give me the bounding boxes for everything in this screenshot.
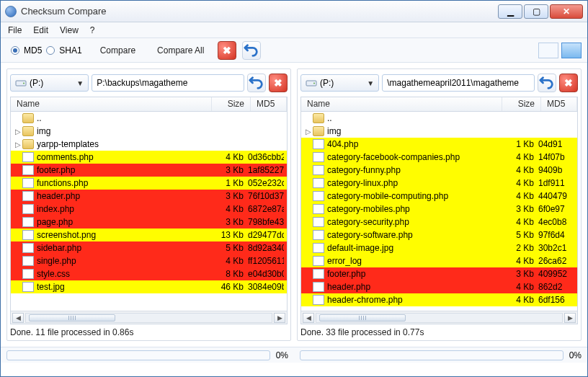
folder-icon [22, 113, 34, 123]
col-name[interactable]: Name [11, 97, 212, 111]
file-name: index.php [37, 204, 212, 214]
compare-all-button[interactable]: Compare All [149, 42, 212, 59]
menubar: File Edit View ? [1, 22, 587, 38]
table-row[interactable]: error_log4 Kb26ca62 [301, 254, 577, 267]
scroll-track[interactable] [25, 313, 272, 323]
table-row[interactable]: test.jpg46 Kb3084e09bc [11, 280, 287, 293]
panels: (P:) ▼ ✖ Name Size MD5 ..▷img▷yarpp-temp… [1, 63, 587, 347]
file-name: sidebar.php [37, 243, 212, 253]
file-size: 3 Kb [502, 269, 538, 279]
menu-view[interactable]: View [60, 25, 79, 35]
table-row[interactable]: ▷img [11, 125, 287, 138]
view-split-button[interactable] [561, 43, 582, 58]
menu-edit[interactable]: Edit [33, 25, 48, 35]
table-row[interactable]: category-software.php5 Kb97f6d4 [301, 229, 577, 241]
tree-twisty[interactable]: ▷ [14, 141, 22, 148]
table-row[interactable]: category-mobiles.php3 Kb6f0e97 [301, 203, 577, 216]
table-row[interactable]: .. [301, 112, 577, 125]
file-md5: ff1205611 [248, 256, 284, 266]
col-md5[interactable]: MD5 [541, 97, 577, 111]
col-size[interactable]: Size [502, 97, 541, 111]
window-title: Checksum Compare [21, 6, 498, 17]
table-row[interactable]: header-chrome.php4 Kb6df156 [301, 293, 577, 306]
left-drive-label: (P:) [30, 78, 43, 88]
scroll-thumb[interactable] [29, 314, 115, 321]
svg-point-3 [313, 83, 315, 84]
scroll-right-icon[interactable]: ▶ [274, 313, 285, 323]
menu-help[interactable]: ? [90, 25, 95, 35]
table-row[interactable]: style.css8 Kbe04d30b0 [11, 267, 287, 280]
left-back-button[interactable] [247, 74, 266, 92]
scroll-thumb[interactable] [319, 314, 406, 321]
left-drive-select[interactable]: (P:) ▼ [10, 74, 89, 92]
table-row[interactable]: category-mobile-computing.php4 Kb440479 [301, 190, 577, 203]
tree-twisty[interactable]: ▷ [14, 128, 22, 136]
file-size: 46 Kb [212, 282, 248, 292]
left-status: Done. 11 file processed in 0.86s [10, 327, 288, 337]
left-clear-button[interactable]: ✖ [269, 74, 288, 92]
left-path-input[interactable] [92, 74, 244, 92]
maximize-button[interactable]: ▢ [524, 4, 548, 19]
undo-button[interactable] [242, 41, 261, 60]
scroll-left-icon[interactable]: ◀ [12, 313, 24, 323]
table-row[interactable]: 404.php1 Kb04d91 [301, 138, 577, 151]
col-md5[interactable]: MD5 [251, 97, 287, 111]
right-drive-select[interactable]: (P:) ▼ [300, 74, 379, 92]
table-row[interactable]: .. [11, 112, 287, 125]
menu-file[interactable]: File [8, 25, 22, 35]
file-name: category-mobiles.php [327, 204, 502, 214]
table-row[interactable]: footer.php3 Kb1af852270 [11, 164, 287, 177]
compare-button[interactable]: Compare [92, 42, 143, 59]
left-h-scrollbar[interactable]: ◀ ▶ [11, 311, 287, 324]
table-row[interactable]: single.php4 Kbff1205611 [11, 254, 287, 267]
view-single-button[interactable] [538, 43, 558, 58]
table-row[interactable]: page.php3 Kb798bfe437 [11, 216, 287, 229]
file-name: functions.php [37, 178, 212, 188]
right-progress-pct: 0% [569, 350, 582, 360]
table-row[interactable]: header.php4 Kb862d2 [301, 280, 577, 293]
file-md5: 30b2c1 [538, 243, 574, 253]
tree-twisty[interactable]: ▷ [304, 128, 313, 136]
file-name: screenshot.png [37, 230, 212, 240]
file-size: 4 Kb [502, 295, 538, 305]
right-file-list[interactable]: ..▷img404.php1 Kb04d91category-facebook-… [301, 112, 577, 311]
table-row[interactable]: category-funny.php4 Kb9409b [301, 164, 577, 177]
right-clear-button[interactable]: ✖ [559, 74, 578, 92]
right-back-button[interactable] [538, 74, 556, 92]
file-name: img [327, 126, 502, 136]
folder-icon [22, 126, 34, 136]
scroll-track[interactable] [316, 313, 563, 323]
table-row[interactable]: index.php4 Kb6872e87ab [11, 203, 287, 216]
col-size[interactable]: Size [212, 97, 251, 111]
radio-md5[interactable] [11, 46, 19, 55]
file-size: 1 Kb [502, 139, 538, 149]
file-icon [22, 191, 34, 201]
table-row[interactable]: ▷yarpp-templates [11, 138, 287, 151]
close-button[interactable]: ✕ [550, 4, 583, 19]
table-row[interactable]: category-security.php4 Kb4ec0b8 [301, 216, 577, 229]
right-path-input[interactable] [382, 74, 535, 92]
cancel-button[interactable]: ✖ [218, 41, 236, 60]
radio-sha1[interactable] [46, 46, 55, 55]
table-row[interactable]: screenshot.png13 Kbd29477dd [11, 229, 287, 241]
right-h-scrollbar[interactable]: ◀ ▶ [301, 311, 577, 324]
file-md5: 6df156 [538, 295, 574, 305]
table-row[interactable]: header.php3 Kb76f10d371 [11, 190, 287, 203]
cancel-icon: ✖ [223, 45, 231, 56]
table-row[interactable]: functions.php1 Kb052e232c9 [11, 177, 287, 190]
file-name: page.php [37, 217, 212, 227]
table-row[interactable]: category-linux.php4 Kb1df911 [301, 177, 577, 190]
minimize-button[interactable]: ▁ [498, 4, 522, 19]
table-row[interactable]: ▷img [301, 125, 577, 138]
scroll-left-icon[interactable]: ◀ [303, 313, 314, 323]
left-file-list[interactable]: ..▷img▷yarpp-templatescomments.php4 Kb0d… [11, 112, 287, 311]
table-row[interactable]: comments.php4 Kb0d36cbb2 [11, 151, 287, 164]
table-row[interactable]: default-image.jpg2 Kb30b2c1 [301, 241, 577, 254]
undo-icon [249, 76, 264, 89]
scroll-right-icon[interactable]: ▶ [564, 313, 576, 323]
table-row[interactable]: footer.php3 Kb409952 [301, 267, 577, 280]
file-icon [22, 217, 34, 227]
table-row[interactable]: category-facebook-companies.php4 Kb14f07… [301, 151, 577, 164]
table-row[interactable]: sidebar.php5 Kb8d92a340 [11, 241, 287, 254]
col-name[interactable]: Name [301, 97, 502, 111]
